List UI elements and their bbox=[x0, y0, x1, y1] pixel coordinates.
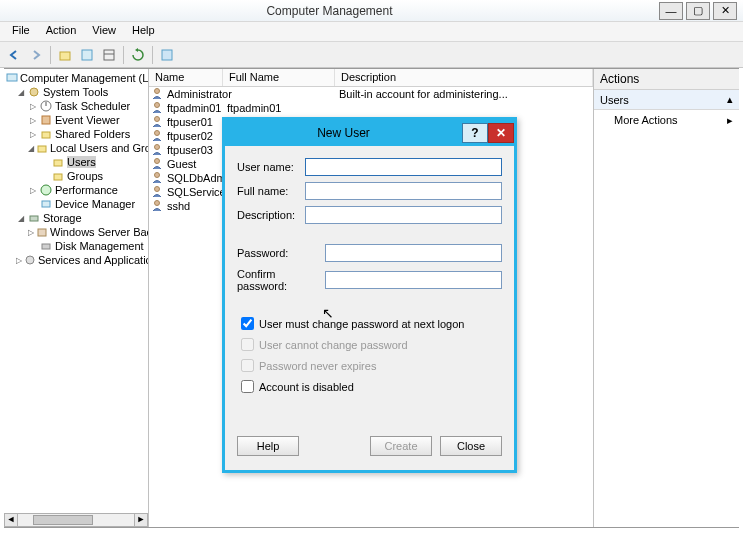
perf-icon bbox=[39, 183, 53, 197]
column-headers: Name Full Name Description bbox=[149, 69, 593, 87]
confirm-password-input[interactable] bbox=[325, 271, 502, 289]
toolbar bbox=[0, 42, 743, 68]
collapse-icon[interactable]: ◢ bbox=[16, 214, 25, 223]
tree-groups[interactable]: Groups bbox=[6, 169, 146, 183]
actions-users-header[interactable]: Users ▴ bbox=[594, 90, 739, 110]
menu-view[interactable]: View bbox=[84, 22, 124, 41]
username-input[interactable] bbox=[305, 158, 502, 176]
scroll-right-button[interactable]: ► bbox=[134, 513, 148, 527]
back-button[interactable] bbox=[4, 45, 24, 65]
svg-point-27 bbox=[155, 187, 160, 192]
tree-system-tools[interactable]: ◢System Tools bbox=[6, 85, 146, 99]
maximize-button[interactable]: ▢ bbox=[686, 2, 710, 20]
backup-icon bbox=[36, 225, 48, 239]
fullname-input[interactable] bbox=[305, 182, 502, 200]
tree-device-manager[interactable]: Device Manager bbox=[6, 197, 146, 211]
tree-users[interactable]: Users bbox=[6, 155, 146, 169]
expand-icon[interactable]: ▷ bbox=[16, 256, 22, 265]
col-description[interactable]: Description bbox=[335, 69, 593, 86]
svg-point-26 bbox=[155, 173, 160, 178]
device-icon bbox=[39, 197, 53, 211]
scroll-thumb[interactable] bbox=[33, 515, 93, 525]
user-icon bbox=[151, 115, 165, 129]
close-button[interactable]: ✕ bbox=[713, 2, 737, 20]
navigation-tree[interactable]: Computer Management (Local ◢System Tools… bbox=[4, 69, 149, 527]
tree-horizontal-scrollbar[interactable]: ◄ ► bbox=[4, 513, 148, 527]
minimize-button[interactable]: — bbox=[659, 2, 683, 20]
svg-point-25 bbox=[155, 159, 160, 164]
show-hide-tree-button[interactable] bbox=[77, 45, 97, 65]
dialog-title: New User bbox=[225, 126, 462, 140]
tree-windows-server-backup[interactable]: ▷Windows Server Backup bbox=[6, 225, 146, 239]
help-button[interactable]: Help bbox=[237, 436, 299, 456]
menu-bar: File Action View Help bbox=[0, 22, 743, 42]
svg-rect-16 bbox=[30, 216, 38, 221]
svg-point-6 bbox=[30, 88, 38, 96]
account-disabled-checkbox[interactable] bbox=[241, 380, 254, 393]
tree-local-users-groups[interactable]: ◢Local Users and Groups bbox=[6, 141, 146, 155]
scroll-track[interactable] bbox=[18, 513, 134, 527]
svg-rect-10 bbox=[42, 132, 50, 138]
user-icon bbox=[151, 87, 165, 101]
expand-icon[interactable]: ▷ bbox=[28, 130, 37, 139]
username-label: User name: bbox=[237, 161, 305, 173]
tree-shared-folders[interactable]: ▷Shared Folders bbox=[6, 127, 146, 141]
dialog-help-button[interactable]: ? bbox=[462, 123, 488, 143]
tree-root[interactable]: Computer Management (Local bbox=[6, 71, 146, 85]
tree-disk-management[interactable]: Disk Management bbox=[6, 239, 146, 253]
up-button[interactable] bbox=[55, 45, 75, 65]
svg-rect-0 bbox=[60, 52, 70, 60]
expand-icon[interactable]: ▷ bbox=[28, 116, 37, 125]
chevron-right-icon: ▸ bbox=[727, 114, 733, 127]
svg-rect-5 bbox=[7, 74, 17, 81]
svg-rect-12 bbox=[54, 160, 62, 166]
collapse-icon[interactable]: ◢ bbox=[28, 144, 34, 153]
expand-icon[interactable]: ▷ bbox=[28, 102, 37, 111]
tree-task-scheduler[interactable]: ▷Task Scheduler bbox=[6, 99, 146, 113]
fullname-label: Full name: bbox=[237, 185, 305, 197]
password-input[interactable] bbox=[325, 244, 502, 262]
confirm-password-label: Confirm password: bbox=[237, 268, 325, 292]
password-never-expires-checkbox bbox=[241, 359, 254, 372]
svg-rect-15 bbox=[42, 201, 50, 207]
scroll-left-button[interactable]: ◄ bbox=[4, 513, 18, 527]
tree-services-applications[interactable]: ▷Services and Applications bbox=[6, 253, 146, 267]
svg-point-22 bbox=[155, 117, 160, 122]
user-row[interactable]: ftpadmin01ftpadmin01 bbox=[149, 101, 593, 115]
svg-rect-2 bbox=[104, 50, 114, 60]
refresh-button[interactable] bbox=[128, 45, 148, 65]
new-user-dialog: New User ? ✕ User name: Full name: Descr… bbox=[222, 117, 517, 473]
expand-icon[interactable]: ▷ bbox=[28, 228, 34, 237]
share-icon bbox=[39, 127, 53, 141]
properties-button[interactable] bbox=[157, 45, 177, 65]
tree-event-viewer[interactable]: ▷Event Viewer bbox=[6, 113, 146, 127]
tree-storage[interactable]: ◢Storage bbox=[6, 211, 146, 225]
dialog-close-button[interactable]: ✕ bbox=[488, 123, 514, 143]
actions-more[interactable]: More Actions ▸ bbox=[594, 110, 739, 130]
users-folder-icon bbox=[36, 141, 48, 155]
chevron-up-icon: ▴ bbox=[727, 93, 733, 106]
close-button[interactable]: Close bbox=[440, 436, 502, 456]
svg-rect-17 bbox=[38, 229, 46, 236]
forward-button[interactable] bbox=[26, 45, 46, 65]
tree-performance[interactable]: ▷Performance bbox=[6, 183, 146, 197]
user-icon bbox=[151, 101, 165, 115]
menu-file[interactable]: File bbox=[4, 22, 38, 41]
col-name[interactable]: Name bbox=[149, 69, 223, 86]
col-fullname[interactable]: Full Name bbox=[223, 69, 335, 86]
svg-point-28 bbox=[155, 201, 160, 206]
must-change-password-checkbox[interactable] bbox=[241, 317, 254, 330]
collapse-icon[interactable]: ◢ bbox=[16, 88, 25, 97]
svg-point-24 bbox=[155, 145, 160, 150]
export-list-button[interactable] bbox=[99, 45, 119, 65]
svg-rect-13 bbox=[54, 174, 62, 180]
dialog-titlebar[interactable]: New User ? ✕ bbox=[225, 120, 514, 146]
menu-help[interactable]: Help bbox=[124, 22, 163, 41]
menu-action[interactable]: Action bbox=[38, 22, 85, 41]
svg-point-21 bbox=[155, 103, 160, 108]
expand-icon[interactable]: ▷ bbox=[28, 186, 37, 195]
svg-rect-11 bbox=[38, 146, 46, 152]
user-row[interactable]: AdministratorBuilt-in account for admini… bbox=[149, 87, 593, 101]
create-button[interactable]: Create bbox=[370, 436, 432, 456]
description-input[interactable] bbox=[305, 206, 502, 224]
